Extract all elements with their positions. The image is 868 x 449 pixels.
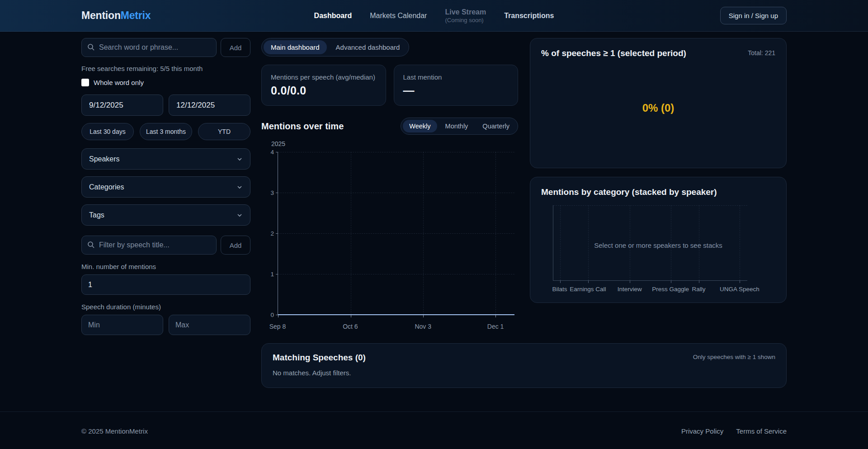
mentions-over-time-chart: 2025 01234Sep 8Oct 6Nov 3Dec 1 xyxy=(261,140,518,330)
right-column: % of speeches ≥ 1 (selected period) Tota… xyxy=(530,38,787,330)
category-axis-label: Earnings Call xyxy=(570,286,606,293)
search-input[interactable] xyxy=(81,38,217,57)
y-tick-mark xyxy=(276,152,278,152)
title-filter-add-button[interactable]: Add xyxy=(221,236,250,255)
matching-speeches-header: Matching Speeches (0) Only speeches with… xyxy=(273,353,775,363)
speakers-dropdown-label: Speakers xyxy=(89,155,120,163)
y-tick-label: 1 xyxy=(261,271,274,278)
matching-speeches-card: Matching Speeches (0) Only speeches with… xyxy=(261,343,787,388)
signin-button[interactable]: Sign in / Sign up xyxy=(720,7,787,24)
whole-word-option[interactable]: Whole word only xyxy=(81,79,250,86)
main-area: Main dashboard Advanced dashboard Mentio… xyxy=(261,38,787,388)
last-mention-label: Last mention xyxy=(403,73,509,81)
range-last-3-months-button[interactable]: Last 3 months xyxy=(140,123,192,140)
range-ytd-button[interactable]: YTD xyxy=(198,123,250,140)
category-axis-label: Rally xyxy=(692,286,705,293)
data-line xyxy=(278,314,514,315)
y-tick-label: 3 xyxy=(261,189,274,196)
categories-dropdown[interactable]: Categories xyxy=(81,176,250,198)
nav-transcriptions[interactable]: Transcriptions xyxy=(504,12,554,20)
x-tick-label: Sep 8 xyxy=(269,323,286,330)
speakers-dropdown[interactable]: Speakers xyxy=(81,148,250,170)
footer-privacy-link[interactable]: Privacy Policy xyxy=(681,427,723,435)
y-tick-mark xyxy=(276,274,278,274)
search-icon xyxy=(87,43,94,51)
speech-percentage-value: 0% (0) xyxy=(642,102,675,114)
category-top-gridline xyxy=(553,205,747,206)
tab-main-dashboard[interactable]: Main dashboard xyxy=(264,40,327,54)
title-filter-input[interactable] xyxy=(81,236,217,255)
last-mention-value: — xyxy=(403,84,509,97)
speech-percentage-value-wrap: 0% (0) xyxy=(541,58,775,158)
brand-logo[interactable]: MentionMetrix xyxy=(81,9,151,22)
stat-cards-row: Mentions per speech (avg/median) 0.0/0.0… xyxy=(261,65,518,106)
category-tick-mark xyxy=(588,280,589,283)
dashboard-columns: Main dashboard Advanced dashboard Mentio… xyxy=(261,38,787,330)
footer-copyright: © 2025 MentionMetrix xyxy=(81,427,148,435)
tab-quarterly[interactable]: Quarterly xyxy=(476,120,516,132)
nav-markets-calendar[interactable]: Markets Calendar xyxy=(370,12,427,20)
speech-percentage-card: % of speeches ≥ 1 (selected period) Tota… xyxy=(530,38,787,168)
brand-accent: Metrix xyxy=(121,9,151,21)
category-axis-label: UNGA Speech xyxy=(720,286,760,293)
main-nav: Dashboard Markets Calendar Live Stream (… xyxy=(314,8,554,24)
footer-terms-link[interactable]: Terms of Service xyxy=(736,427,787,435)
mentions-over-time-title: Mentions over time xyxy=(261,121,344,132)
min-mentions-label: Min. number of mentions xyxy=(81,263,250,270)
duration-max-input[interactable] xyxy=(169,315,250,335)
matching-speeches-note: Only speeches with ≥ 1 shown xyxy=(693,353,775,360)
category-tick-mark xyxy=(560,280,561,283)
nav-dashboard[interactable]: Dashboard xyxy=(314,12,352,20)
y-tick-label: 4 xyxy=(261,149,274,156)
search-field-wrap xyxy=(81,38,217,57)
date-from-input[interactable] xyxy=(81,95,163,116)
tab-weekly[interactable]: Weekly xyxy=(403,120,437,132)
footer-links: Privacy Policy Terms of Service xyxy=(681,427,787,435)
last-mention-card: Last mention — xyxy=(394,65,519,106)
chart-plot-area xyxy=(278,152,514,315)
duration-min-input[interactable] xyxy=(81,315,163,335)
x-gridline xyxy=(495,152,496,315)
title-filter-wrap xyxy=(81,236,217,255)
date-to-input[interactable] xyxy=(169,95,250,116)
page-footer: © 2025 MentionMetrix Privacy Policy Term… xyxy=(0,411,868,449)
search-add-button[interactable]: Add xyxy=(221,38,250,57)
date-range-row xyxy=(81,95,250,116)
nav-live-stream-label: Live Stream xyxy=(445,8,486,16)
search-icon xyxy=(87,241,94,248)
y-tick-label: 2 xyxy=(261,230,274,237)
brand-primary: Mention xyxy=(81,9,121,21)
page-content: Add Free searches remaining: 5/5 this mo… xyxy=(0,32,868,388)
tags-dropdown-label: Tags xyxy=(89,211,104,219)
mentions-by-category-title: Mentions by category (stacked by speaker… xyxy=(541,187,775,197)
category-tick-mark xyxy=(671,280,671,283)
filters-sidebar: Add Free searches remaining: 5/5 this mo… xyxy=(81,38,250,388)
dashboard-tab-group: Main dashboard Advanced dashboard xyxy=(261,38,409,57)
range-last-30-days-button[interactable]: Last 30 days xyxy=(81,123,134,140)
x-tick-label: Nov 3 xyxy=(415,323,431,330)
matching-speeches-empty: No matches. Adjust filters. xyxy=(273,369,775,377)
nav-live-stream: Live Stream (Coming soon) xyxy=(445,8,486,24)
x-gridline xyxy=(423,152,424,315)
chevron-down-icon xyxy=(236,212,243,218)
y-gridline xyxy=(278,274,514,274)
tab-advanced-dashboard[interactable]: Advanced dashboard xyxy=(329,40,407,54)
speech-percentage-total: Total: 221 xyxy=(748,48,775,57)
category-empty-message: Select one or more speakers to see stack… xyxy=(541,241,775,249)
tags-dropdown[interactable]: Tags xyxy=(81,204,250,226)
whole-word-checkbox[interactable] xyxy=(81,79,89,86)
y-gridline xyxy=(278,152,514,152)
nav-live-stream-sub: (Coming soon) xyxy=(445,17,486,24)
mentions-per-speech-value: 0.0/0.0 xyxy=(271,84,377,97)
min-mentions-input[interactable] xyxy=(81,274,250,295)
y-gridline xyxy=(278,233,514,234)
y-gridline xyxy=(278,193,514,193)
tab-monthly[interactable]: Monthly xyxy=(439,120,475,132)
speech-percentage-header: % of speeches ≥ 1 (selected period) Tota… xyxy=(541,48,775,58)
chevron-down-icon xyxy=(236,156,243,162)
category-tick-mark xyxy=(699,280,699,283)
mentions-by-category-card: Mentions by category (stacked by speaker… xyxy=(530,177,787,303)
search-row: Add xyxy=(81,38,250,57)
category-tick-mark xyxy=(630,280,630,283)
x-gridline xyxy=(351,152,351,315)
